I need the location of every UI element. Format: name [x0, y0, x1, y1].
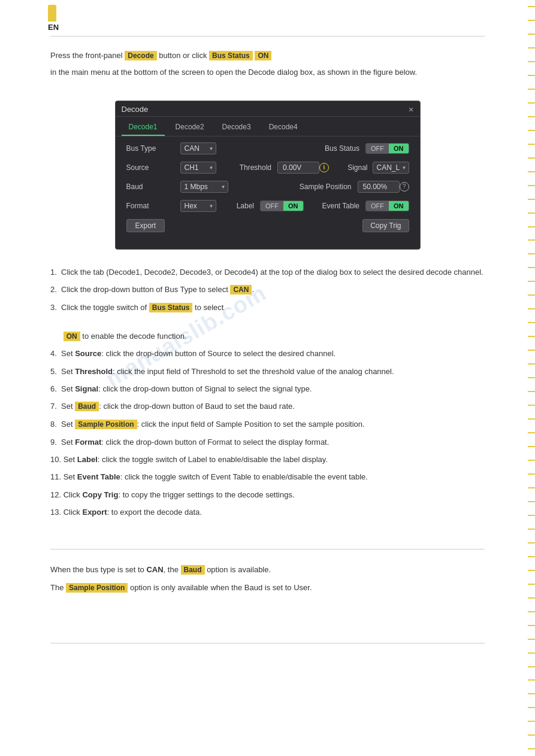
tick	[528, 652, 535, 654]
tick	[528, 556, 535, 557]
tick	[528, 267, 535, 268]
tick	[528, 707, 535, 708]
tick	[528, 611, 535, 612]
tick	[528, 597, 535, 599]
tick	[528, 239, 535, 241]
format-select[interactable]: Hex	[180, 200, 216, 212]
highlight-bus-status-2: Bus Status	[149, 303, 193, 312]
highlight-baud-2: Baud	[181, 565, 205, 575]
label-off-btn[interactable]: OFF	[261, 201, 283, 211]
tick	[528, 542, 535, 544]
highlight-sample-pos-2: Sample Position	[66, 583, 128, 593]
logo-icon	[48, 5, 56, 22]
final-divider	[50, 643, 485, 643]
highlight-baud: Baud	[75, 402, 99, 411]
bus-status-on-btn[interactable]: ON	[389, 144, 409, 153]
row-source: Source CH1 Threshold 0.00V i Signal CAN_…	[126, 162, 409, 174]
bus-type-label: Bus Type	[126, 144, 180, 153]
tick	[528, 405, 535, 406]
tick	[528, 363, 535, 365]
right-ticks	[524, 0, 535, 756]
sample-position-value[interactable]: 50.00%	[358, 181, 400, 193]
tab-decode4[interactable]: Decode4	[262, 120, 305, 136]
highlight-on: ON	[255, 51, 271, 60]
tick	[528, 432, 535, 433]
tick	[528, 6, 535, 7]
label-label: Label	[224, 202, 260, 210]
tab-decode1[interactable]: Decode1	[122, 120, 165, 136]
tick	[528, 515, 535, 516]
tick	[528, 501, 535, 502]
label-on-btn[interactable]: ON	[283, 201, 303, 211]
steps-text-2: ON to enable the decode function. 4. Set…	[50, 329, 485, 527]
tick	[528, 679, 535, 681]
tick	[528, 157, 535, 159]
tick	[528, 294, 535, 296]
baud-label: Baud	[126, 183, 180, 191]
decode-dialog: Decode × Decode1 Decode2 Decode3 Decode4…	[115, 101, 421, 250]
tab-decode3[interactable]: Decode3	[215, 120, 258, 136]
bus-status-toggle: OFF ON	[365, 143, 409, 154]
dialog-close-button[interactable]: ×	[409, 105, 414, 114]
intro-text: Press the front-panel Decode button or c…	[50, 48, 485, 85]
tick	[528, 473, 535, 475]
tick	[528, 570, 535, 571]
tick	[528, 734, 535, 736]
bus-status-off-btn[interactable]: OFF	[366, 144, 389, 153]
row-baud: Baud 1 Mbps Sample Position 50.00% ?	[126, 181, 409, 193]
tick	[528, 529, 535, 530]
steps-text: 1. Click the tab (Decode1, Decode2, Deco…	[50, 265, 485, 322]
row-export: Export Copy Trig	[126, 219, 409, 232]
bus-type-control: CAN	[180, 142, 216, 154]
row-bus-type: Bus Type CAN Bus Status OFF ON	[126, 142, 409, 154]
tab-decode2[interactable]: Decode2	[168, 120, 211, 136]
baud-select[interactable]: 1 Mbps	[180, 181, 228, 193]
section-steps: 1. Click the tab (Decode1, Decode2, Deco…	[50, 259, 485, 327]
tick	[528, 75, 535, 76]
copy-trig-button[interactable]: Copy Trig	[362, 219, 409, 232]
tick	[528, 34, 535, 35]
highlight-decode-btn: Decode	[125, 51, 156, 60]
tick	[528, 144, 535, 145]
section-steps-2: ON to enable the decode function. 4. Set…	[50, 327, 485, 532]
tick	[528, 171, 535, 172]
sample-position-help-icon[interactable]: ?	[400, 182, 409, 192]
tick	[528, 61, 535, 62]
baud-select-wrapper: 1 Mbps	[180, 181, 228, 193]
bottom-text: When the bus type is set to CAN, the Bau…	[50, 563, 485, 602]
threshold-value[interactable]: 0.00V	[277, 162, 319, 174]
threshold-info-icon[interactable]: i	[319, 163, 329, 172]
decode-dialog-wrapper: Decode × Decode1 Decode2 Decode3 Decode4…	[0, 101, 535, 250]
tick	[528, 199, 535, 200]
threshold-label: Threshold	[223, 163, 277, 172]
tick	[528, 446, 535, 447]
signal-select-wrapper: CAN_L	[373, 162, 409, 174]
dialog-title: Decode	[122, 105, 149, 114]
source-label: Source	[126, 163, 180, 172]
signal-label: Signal	[337, 163, 373, 172]
highlight-can: CAN	[230, 285, 252, 294]
tick	[528, 253, 535, 254]
highlight-on-2: ON	[64, 332, 80, 341]
row-format: Format Hex Label OFF ON Event Table OFF …	[126, 200, 409, 212]
event-table-off-btn[interactable]: OFF	[366, 201, 389, 211]
tick	[528, 721, 535, 722]
tick	[528, 47, 535, 48]
event-table-on-btn[interactable]: ON	[389, 201, 409, 211]
highlight-sample-pos: Sample Position	[75, 420, 137, 429]
label-toggle: OFF ON	[260, 201, 304, 211]
source-select[interactable]: CH1	[180, 162, 216, 174]
source-select-wrapper: CH1	[180, 162, 216, 174]
tick	[528, 418, 535, 420]
tick	[528, 693, 535, 694]
tick	[528, 212, 535, 214]
highlight-bus-status: Bus Status	[209, 51, 253, 60]
format-select-wrapper: Hex	[180, 200, 216, 212]
tick	[528, 308, 535, 309]
tick	[528, 625, 535, 626]
tick	[528, 377, 535, 378]
bus-type-select[interactable]: CAN	[180, 142, 216, 154]
bus-type-select-wrapper: CAN	[180, 142, 216, 154]
export-button[interactable]: Export	[126, 219, 165, 232]
signal-select[interactable]: CAN_L	[373, 162, 409, 174]
